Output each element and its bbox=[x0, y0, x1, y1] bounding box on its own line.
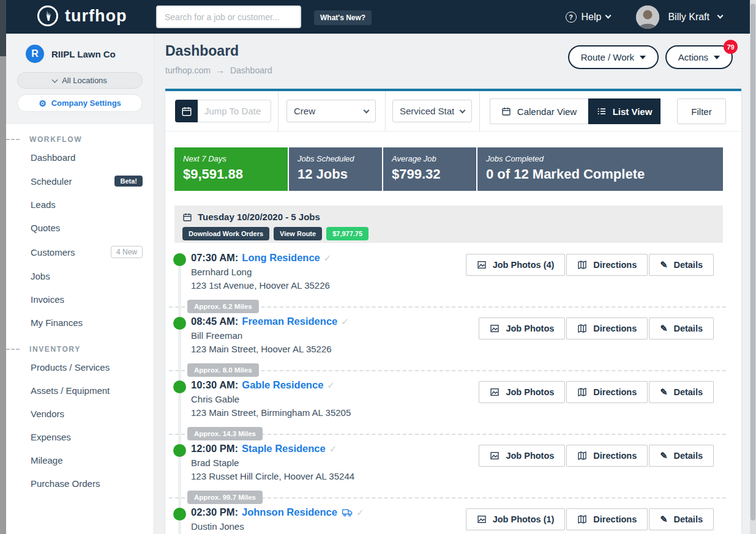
details-button[interactable]: ✎ Details bbox=[649, 445, 714, 467]
list-view-button[interactable]: List View bbox=[588, 98, 661, 124]
job-photos-button[interactable]: Job Photos (1) bbox=[466, 508, 566, 530]
details-button[interactable]: ✎ Details bbox=[649, 317, 714, 339]
company-logo[interactable]: R bbox=[26, 45, 44, 63]
left-scrollbar-thumb[interactable] bbox=[0, 0, 6, 56]
details-button[interactable]: ✎ Details bbox=[649, 508, 714, 530]
check-icon[interactable]: ✓ bbox=[356, 507, 364, 518]
view-route-button[interactable]: View Route bbox=[274, 227, 322, 240]
toolbar-divider bbox=[479, 91, 480, 132]
miles-badge: Approx. 14.3 Miles bbox=[187, 427, 263, 440]
sidebar-item-leads[interactable]: Leads bbox=[6, 193, 154, 216]
breadcrumb-site[interactable]: turfhop.com bbox=[165, 65, 211, 75]
map-icon bbox=[577, 260, 587, 270]
job-row: 12:00 PM: Staple Residence ✓ Brad Staple… bbox=[165, 441, 741, 505]
directions-button[interactable]: Directions bbox=[566, 254, 648, 276]
check-icon[interactable]: ✓ bbox=[324, 253, 332, 264]
settings-label: Company Settings bbox=[51, 98, 121, 108]
details-button[interactable]: ✎ Details bbox=[649, 254, 714, 276]
company-settings-button[interactable]: ⚙ Company Settings bbox=[17, 94, 143, 112]
search-input[interactable] bbox=[156, 6, 301, 28]
pencil-icon: ✎ bbox=[660, 514, 667, 524]
job-photos-button[interactable]: Job Photos (4) bbox=[466, 254, 566, 276]
image-icon bbox=[490, 324, 500, 333]
company-block: R RIIPL Lawn Co All Locations ⚙ Company … bbox=[6, 34, 154, 124]
chevron-down-icon bbox=[717, 13, 724, 19]
sidebar-item-products-services[interactable]: Products / Services bbox=[6, 356, 154, 379]
brand-name: turfhop bbox=[65, 7, 127, 26]
left-scrollbar[interactable] bbox=[0, 0, 6, 534]
job-link[interactable]: Staple Residence bbox=[242, 443, 326, 454]
whats-new-button[interactable]: What's New? bbox=[314, 10, 372, 25]
job-address: 123 Russet Hill Circle, Hoover AL 35244 bbox=[191, 471, 741, 481]
calendar-view-button[interactable]: Calendar View bbox=[490, 98, 588, 124]
section-dash bbox=[6, 139, 20, 140]
crew-select[interactable]: Crew bbox=[286, 100, 376, 122]
job-row: 08:45 AM: Freeman Residence ✓ Bill Freem… bbox=[165, 314, 741, 377]
check-icon[interactable]: ✓ bbox=[341, 316, 349, 327]
chevron-down-icon bbox=[52, 76, 58, 83]
job-link[interactable]: Gable Residence bbox=[242, 379, 323, 391]
filter-button[interactable]: Filter bbox=[677, 98, 726, 124]
image-icon bbox=[490, 451, 500, 461]
filter-toolbar: Crew Serviced Stat Calendar View bbox=[165, 91, 741, 132]
sidebar-item-purchase-orders[interactable]: Purchase Orders bbox=[6, 472, 154, 495]
sidebar-item-quotes[interactable]: Quotes bbox=[6, 217, 154, 239]
brand-logo[interactable]: turfhop bbox=[37, 5, 127, 27]
job-address: 123 Main Street, Hoover AL 35226 bbox=[191, 344, 741, 354]
company-name: RIIPL Lawn Co bbox=[51, 49, 116, 59]
recurring-truck-icon bbox=[342, 508, 353, 517]
job-address: 123 1st Avenue, Hoover AL 35226 bbox=[191, 280, 741, 291]
route-work-button[interactable]: Route / Work bbox=[568, 45, 659, 69]
sidebar-item-expenses[interactable]: Expenses bbox=[6, 426, 154, 448]
day-total-badge[interactable]: $7,977.75 bbox=[326, 227, 369, 240]
job-link[interactable]: Freeman Residence bbox=[242, 316, 337, 327]
sidebar-item-invoices[interactable]: Invoices bbox=[6, 288, 154, 311]
pencil-icon: ✎ bbox=[660, 324, 667, 333]
sidebar-item-customers[interactable]: Customers 4 New bbox=[6, 240, 154, 264]
details-button[interactable]: ✎ Details bbox=[649, 381, 714, 403]
job-address: 123 Main Street, Birmingham AL 35205 bbox=[191, 407, 741, 418]
directions-button[interactable]: Directions bbox=[566, 508, 648, 530]
directions-button[interactable]: Directions bbox=[566, 445, 648, 467]
directions-button[interactable]: Directions bbox=[566, 317, 648, 339]
miles-badge: Approx. 8.0 Miles bbox=[187, 363, 259, 377]
stat-jobs-scheduled: Jobs Scheduled 12 Jobs bbox=[289, 147, 382, 191]
sidebar-item-jobs[interactable]: Jobs bbox=[6, 265, 154, 287]
list-icon bbox=[597, 106, 607, 116]
actions-button[interactable]: Actions bbox=[665, 45, 733, 69]
dashboard-card: Crew Serviced Stat Calendar View bbox=[165, 89, 741, 534]
sidebar-item-my-finances[interactable]: My Finances bbox=[6, 311, 154, 334]
job-time: 08:45 AM: bbox=[191, 316, 238, 327]
job-link[interactable]: Johnson Residence bbox=[242, 506, 337, 518]
section-header-inventory: INVENTORY bbox=[6, 345, 154, 354]
user-name[interactable]: Billy Kraft bbox=[668, 12, 709, 23]
check-icon[interactable]: ✓ bbox=[327, 380, 335, 391]
locations-dropdown[interactable]: All Locations bbox=[17, 72, 143, 89]
pencil-icon: ✎ bbox=[660, 260, 667, 270]
sidebar-item-vendors[interactable]: Vendors bbox=[6, 402, 154, 425]
main-content: Dashboard turfhop.com → Dashboard Route … bbox=[155, 34, 750, 534]
right-scrollbar[interactable] bbox=[750, 0, 756, 534]
download-work-orders-button[interactable]: Download Work Orders bbox=[182, 227, 269, 240]
sidebar-item-mileage[interactable]: Mileage bbox=[6, 449, 154, 472]
job-photos-button[interactable]: Job Photos bbox=[479, 445, 565, 467]
breadcrumb: turfhop.com → Dashboard bbox=[165, 65, 272, 75]
job-photos-button[interactable]: Job Photos bbox=[479, 317, 565, 339]
job-photos-button[interactable]: Job Photos bbox=[479, 381, 565, 403]
sidebar-item-scheduler[interactable]: Scheduler Beta! bbox=[6, 169, 154, 193]
stat-jobs-completed: Jobs Completed 0 of 12 Marked Complete bbox=[477, 147, 723, 191]
directions-button[interactable]: Directions bbox=[566, 381, 648, 403]
job-status-dot bbox=[173, 317, 186, 330]
serviced-status-select[interactable]: Serviced Stat bbox=[392, 100, 472, 122]
sidebar-item-assets-equipment[interactable]: Assets / Equipment bbox=[6, 379, 154, 402]
help-menu[interactable]: ? Help bbox=[566, 12, 611, 23]
jump-to-date-input[interactable] bbox=[198, 100, 271, 122]
right-scrollbar-thumb[interactable] bbox=[750, 4, 755, 521]
user-avatar[interactable] bbox=[636, 6, 659, 29]
sidebar-item-dashboard[interactable]: Dashboard bbox=[6, 146, 154, 169]
job-link[interactable]: Long Residence bbox=[242, 252, 320, 264]
check-icon[interactable]: ✓ bbox=[329, 443, 337, 454]
chevron-down-icon bbox=[460, 107, 466, 113]
job-status-dot bbox=[173, 444, 186, 457]
date-picker-button[interactable] bbox=[175, 100, 198, 122]
